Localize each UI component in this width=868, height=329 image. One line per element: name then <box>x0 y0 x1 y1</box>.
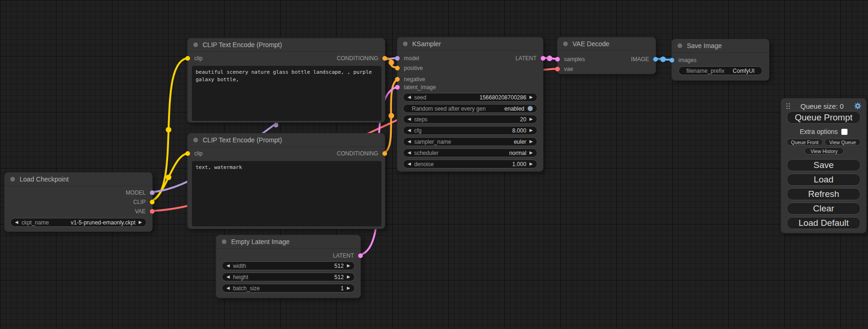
increment-arrow-icon[interactable]: ▶ <box>347 286 350 290</box>
drag-handle-icon[interactable] <box>786 103 790 110</box>
cfg-widget[interactable]: ◀ cfg 8.000 ▶ <box>403 126 537 135</box>
increment-arrow-icon[interactable]: ▶ <box>347 275 350 279</box>
denoise-widget[interactable]: ◀ denoise 1.000 ▶ <box>403 160 537 168</box>
increment-arrow-icon[interactable]: ▶ <box>529 140 533 144</box>
settings-gear-icon[interactable] <box>854 102 861 110</box>
node-title-bar[interactable]: Load Checkpoint <box>5 173 152 186</box>
increment-arrow-icon[interactable]: ▶ <box>529 151 533 155</box>
sampler-name-widget[interactable]: ◀ sampler_name euler ▶ <box>403 137 537 146</box>
link-dot[interactable] <box>274 123 278 127</box>
view-queue-button[interactable]: View Queue <box>825 139 861 146</box>
collapse-dot-icon[interactable] <box>222 239 226 244</box>
port-clip-input[interactable] <box>185 56 190 61</box>
toggle-circle-icon[interactable] <box>528 106 533 111</box>
positive-prompt-textarea[interactable]: beautiful scenery nature glass bottle la… <box>192 66 381 121</box>
port-negative-input[interactable] <box>395 77 400 82</box>
node-clip-text-encode-negative[interactable]: CLIP Text Encode (Prompt) clip CONDITION… <box>187 133 385 229</box>
node-save-image[interactable]: Save Image images filename_prefix ComfyU… <box>671 39 769 81</box>
port-images-input[interactable] <box>670 58 674 63</box>
refresh-button[interactable]: Refresh <box>787 188 861 200</box>
decrement-arrow-icon[interactable]: ◀ <box>408 117 411 121</box>
decrement-arrow-icon[interactable]: ◀ <box>408 128 411 133</box>
increment-arrow-icon[interactable]: ▶ <box>529 95 533 99</box>
link-dot[interactable] <box>660 56 666 62</box>
port-latent-image-input[interactable] <box>395 85 400 90</box>
ckpt-name-widget[interactable]: ◀ ckpt_name v1-5-pruned-emaonly.ckpt ▶ <box>10 218 147 227</box>
port-model-output[interactable] <box>150 190 155 195</box>
extra-options-checkbox[interactable] <box>841 129 847 135</box>
port-positive-input[interactable] <box>395 66 400 70</box>
link-dot[interactable] <box>388 113 394 119</box>
increment-arrow-icon[interactable]: ▶ <box>139 220 142 224</box>
link-dot[interactable] <box>166 175 171 180</box>
node-empty-latent-image[interactable]: Empty Latent Image LATENT ◀ width 512 ▶ … <box>216 235 361 298</box>
load-default-button[interactable]: Load Default <box>787 217 861 229</box>
view-history-button[interactable]: View History <box>804 147 844 154</box>
port-model-input[interactable] <box>395 56 400 61</box>
port-latent-output[interactable] <box>358 253 363 258</box>
scheduler-widget[interactable]: ◀ scheduler normal ▶ <box>403 148 537 157</box>
node-vae-decode[interactable]: VAE Decode samples IMAGE vae <box>557 37 656 74</box>
node-clip-text-encode-positive[interactable]: CLIP Text Encode (Prompt) clip CONDITION… <box>187 38 385 123</box>
node-title-bar[interactable]: KSampler <box>397 37 543 51</box>
link-dot[interactable] <box>166 127 171 133</box>
port-vae-input[interactable] <box>555 67 560 71</box>
decrement-arrow-icon[interactable]: ◀ <box>226 275 230 279</box>
node-title-bar[interactable]: Save Image <box>672 39 769 53</box>
load-button[interactable]: Load <box>787 174 861 186</box>
port-clip-output[interactable] <box>150 200 155 204</box>
collapse-dot-icon[interactable] <box>403 42 408 46</box>
collapse-dot-icon[interactable] <box>193 42 198 47</box>
collapse-dot-icon[interactable] <box>677 43 682 48</box>
widget-label: batch_size <box>233 285 260 292</box>
port-latent-output[interactable] <box>541 56 545 61</box>
node-load-checkpoint[interactable]: Load Checkpoint MODEL CLIP VAE ◀ ckpt_na… <box>4 172 153 232</box>
width-widget[interactable]: ◀ width 512 ▶ <box>222 261 355 270</box>
increment-arrow-icon[interactable]: ▶ <box>347 264 350 268</box>
decrement-arrow-icon[interactable]: ◀ <box>408 151 411 155</box>
node-ksampler[interactable]: KSampler model LATENT positive negative … <box>397 37 543 172</box>
collapse-dot-icon[interactable] <box>563 42 568 46</box>
decrement-arrow-icon[interactable]: ◀ <box>226 286 230 290</box>
port-clip-input[interactable] <box>185 151 190 156</box>
widget-value: 8.000 <box>512 127 526 134</box>
link-dot[interactable] <box>547 56 552 61</box>
port-row-model-latent: model LATENT <box>397 54 543 63</box>
increment-arrow-icon[interactable]: ▶ <box>529 162 533 166</box>
negative-prompt-textarea[interactable]: text, watermark <box>192 161 381 226</box>
collapse-dot-icon[interactable] <box>193 138 198 142</box>
node-title-bar[interactable]: CLIP Text Encode (Prompt) <box>188 133 385 147</box>
batch-size-widget[interactable]: ◀ batch_size 1 ▶ <box>222 284 355 293</box>
increment-arrow-icon[interactable]: ▶ <box>529 128 533 133</box>
node-title-bar[interactable]: VAE Decode <box>557 37 656 51</box>
node-title-bar[interactable]: CLIP Text Encode (Prompt) <box>188 38 385 52</box>
queue-prompt-button[interactable]: Queue Prompt <box>787 111 861 124</box>
port-conditioning-output[interactable] <box>382 56 387 61</box>
port-label-model: MODEL <box>126 189 146 196</box>
filename-prefix-widget[interactable]: filename_prefix ComfyUI <box>678 66 762 75</box>
decrement-arrow-icon[interactable]: ◀ <box>408 140 411 144</box>
clear-button[interactable]: Clear <box>787 203 861 215</box>
save-button[interactable]: Save <box>787 159 861 171</box>
port-samples-input[interactable] <box>555 57 560 62</box>
height-widget[interactable]: ◀ height 512 ▶ <box>222 273 355 281</box>
widget-label: steps <box>414 116 428 123</box>
port-vae-output[interactable] <box>150 209 155 214</box>
queue-front-button[interactable]: Queue Front <box>787 139 823 146</box>
widget-label: denoise <box>414 161 434 168</box>
random-seed-toggle-widget[interactable]: Random seed after every gen enabled <box>403 104 537 113</box>
decrement-arrow-icon[interactable]: ◀ <box>15 220 18 224</box>
node-title-bar[interactable]: Empty Latent Image <box>216 235 360 249</box>
seed-widget[interactable]: ◀ seed 156680208700286 ▶ <box>403 93 537 102</box>
collapse-dot-icon[interactable] <box>10 177 15 182</box>
port-conditioning-output[interactable] <box>382 151 387 156</box>
port-image-output[interactable] <box>653 57 658 62</box>
decrement-arrow-icon[interactable]: ◀ <box>408 95 411 99</box>
steps-widget[interactable]: ◀ steps 20 ▶ <box>403 115 537 124</box>
port-label-latent: LATENT <box>515 55 536 62</box>
decrement-arrow-icon[interactable]: ◀ <box>226 264 230 268</box>
output-row-latent: LATENT <box>216 251 360 260</box>
link-dot[interactable] <box>388 60 394 65</box>
increment-arrow-icon[interactable]: ▶ <box>529 117 533 121</box>
decrement-arrow-icon[interactable]: ◀ <box>408 162 411 166</box>
